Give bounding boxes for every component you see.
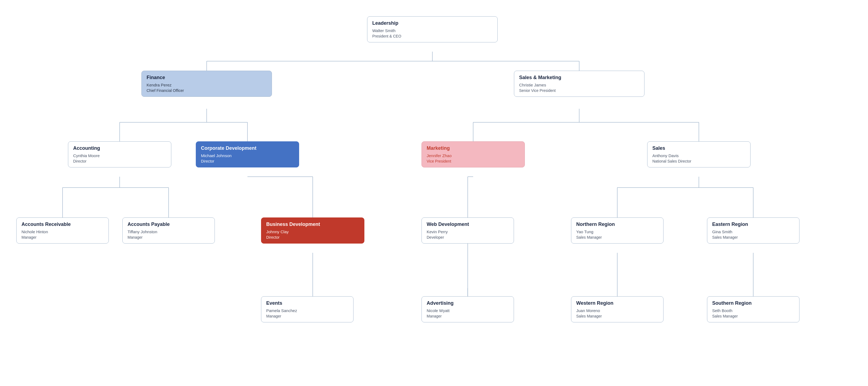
node-corp-dev[interactable]: Corporate Development Michael Johnson Di…	[196, 141, 299, 167]
node-accts-payable[interactable]: Accounts Payable Tiffany Johnston Manage…	[122, 218, 215, 244]
node-western-region[interactable]: Western Region Juan Moreno Sales Manager	[571, 296, 663, 322]
node-advertising[interactable]: Advertising Nicole Wyatt Manager	[422, 296, 514, 322]
node-sales[interactable]: Sales Anthony Davis National Sales Direc…	[647, 141, 750, 167]
node-dept: Advertising	[427, 300, 509, 306]
node-title: Manager	[127, 235, 210, 239]
node-northern-region[interactable]: Northern Region Yao Tung Sales Manager	[571, 218, 663, 244]
node-dept: Finance	[147, 75, 267, 81]
node-southern-region[interactable]: Southern Region Seth Booth Sales Manager	[707, 296, 800, 322]
node-title: Sales Manager	[576, 235, 658, 239]
node-title: Senior Vice President	[519, 88, 639, 93]
node-title: Manager	[427, 314, 509, 318]
node-dept: Sales	[652, 146, 745, 151]
node-dept: Events	[266, 300, 348, 306]
node-title: Director	[73, 159, 166, 163]
node-name: Christie James	[519, 83, 639, 87]
node-title: Chief Financial Officer	[147, 88, 267, 93]
node-name: Michael Johnson	[201, 153, 294, 158]
node-dept: Corporate Development	[201, 146, 294, 151]
node-dept: Accounts Payable	[127, 222, 210, 227]
node-accounting[interactable]: Accounting Cynthia Moore Director	[68, 141, 171, 167]
node-title: President & CEO	[372, 34, 493, 38]
node-dept: Southern Region	[712, 300, 794, 306]
node-name: Pamela Sanchez	[266, 308, 348, 313]
connector-lines	[5, 5, 848, 381]
node-sales-marketing[interactable]: Sales & Marketing Christie James Senior …	[514, 71, 645, 97]
node-accts-receivable[interactable]: Accounts Receivable Nichole Hinton Manag…	[16, 218, 109, 244]
node-events[interactable]: Events Pamela Sanchez Manager	[261, 296, 353, 322]
node-name: Gina Smith	[712, 229, 794, 234]
node-name: Cynthia Moore	[73, 153, 166, 158]
node-title: Director	[201, 159, 294, 163]
node-eastern-region[interactable]: Eastern Region Gina Smith Sales Manager	[707, 218, 800, 244]
node-name: Tiffany Johnston	[127, 229, 210, 234]
node-title: Director	[266, 235, 359, 239]
node-dept: Leadership	[372, 21, 493, 26]
node-web-dev[interactable]: Web Development Kevin Perry Developer	[422, 218, 514, 244]
node-dept: Accounting	[73, 146, 166, 151]
node-title: Sales Manager	[712, 314, 794, 318]
node-dept: Accounts Receivable	[22, 222, 103, 227]
node-title: Sales Manager	[712, 235, 794, 239]
node-name: Walter Smith	[372, 28, 493, 33]
node-title: Sales Manager	[576, 314, 658, 318]
node-name: Seth Booth	[712, 308, 794, 313]
node-biz-dev[interactable]: Business Development Johnny Clay Directo…	[261, 218, 364, 244]
node-finance[interactable]: Finance Kendra Perez Chief Financial Off…	[142, 71, 272, 97]
node-name: Yao Tung	[576, 229, 658, 234]
node-title: Manager	[266, 314, 348, 318]
node-title: Developer	[427, 235, 509, 239]
node-dept: Marketing	[427, 146, 520, 151]
node-dept: Business Development	[266, 222, 359, 227]
node-name: Johnny Clay	[266, 229, 359, 234]
node-marketing[interactable]: Marketing Jennifer Zhao Vice President	[422, 141, 525, 167]
node-dept: Web Development	[427, 222, 509, 227]
node-name: Kendra Perez	[147, 83, 267, 87]
node-title: Vice President	[427, 159, 520, 163]
node-name: Nicole Wyatt	[427, 308, 509, 313]
node-name: Jennifer Zhao	[427, 153, 520, 158]
node-dept: Eastern Region	[712, 222, 794, 227]
node-name: Kevin Perry	[427, 229, 509, 234]
node-title: National Sales Director	[652, 159, 745, 163]
node-name: Juan Moreno	[576, 308, 658, 313]
node-dept: Western Region	[576, 300, 658, 306]
node-title: Manager	[22, 235, 103, 239]
node-name: Nichole Hinton	[22, 229, 103, 234]
node-dept: Sales & Marketing	[519, 75, 639, 81]
org-chart: Leadership Walter Smith President & CEO …	[5, 5, 848, 381]
node-leadership[interactable]: Leadership Walter Smith President & CEO	[367, 16, 498, 42]
node-dept: Northern Region	[576, 222, 658, 227]
node-name: Anthony Davis	[652, 153, 745, 158]
